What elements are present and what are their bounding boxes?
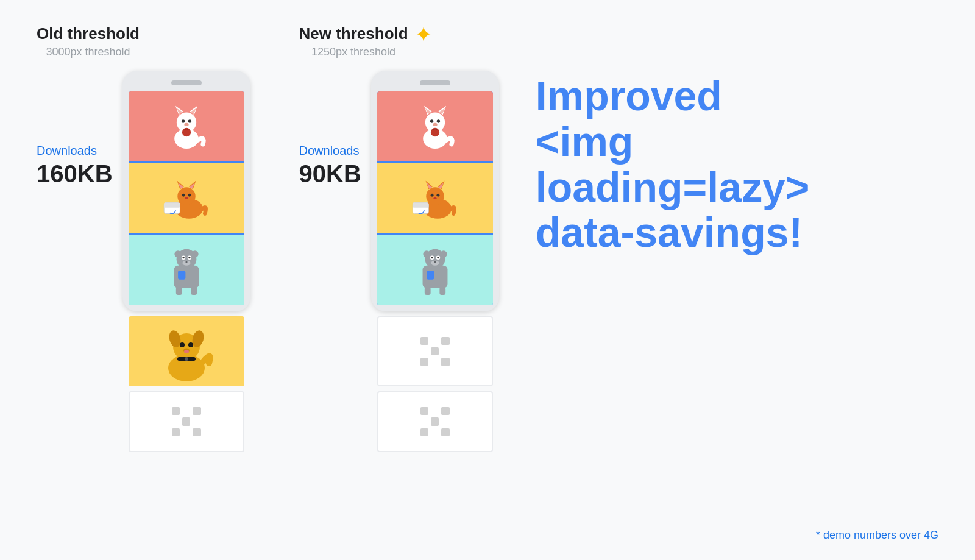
headline-line2: <img loading=lazy>: [536, 118, 810, 210]
old-downloads-size: 160KB: [37, 160, 113, 188]
sparkle-icon: ✦: [414, 22, 433, 48]
svg-point-18: [185, 197, 188, 199]
svg-rect-20: [164, 202, 180, 207]
headline-line3: data-savings!: [536, 209, 803, 255]
svg-rect-79: [439, 287, 445, 295]
new-threshold-title-row: New threshold 1250px threshold ✦: [299, 24, 433, 58]
new-threshold-title: New threshold: [299, 24, 408, 43]
svg-point-56: [426, 187, 444, 205]
old-image-dog-cyan: [129, 235, 244, 305]
new-downloads-size: 90KB: [299, 160, 361, 188]
dog-yellow-icon: [159, 319, 214, 383]
old-image-cat-yellow: [129, 163, 244, 233]
svg-point-52: [436, 119, 439, 122]
old-threshold-title: Old threshold: [37, 24, 140, 43]
svg-point-39: [180, 342, 185, 347]
new-phone-notch: [420, 80, 450, 85]
old-image-cat-red: [129, 91, 244, 161]
new-image-dog-cyan: [377, 235, 493, 305]
new-cat-orange-icon: [408, 171, 463, 226]
svg-point-70: [423, 250, 430, 257]
phone-notch: [171, 80, 202, 85]
svg-rect-33: [176, 287, 182, 295]
svg-point-63: [433, 197, 436, 199]
dog-grey-icon: [162, 243, 211, 298]
new-loading-spinner-1-icon: [420, 337, 450, 366]
new-loading-spinner-2-icon: [420, 407, 450, 436]
old-threshold-subtitle: 3000px threshold: [37, 46, 140, 58]
svg-point-30: [188, 257, 190, 258]
new-image-cat-red: [377, 91, 493, 161]
svg-point-51: [430, 119, 433, 122]
loading-spinner-icon: [172, 407, 201, 436]
svg-point-62: [436, 193, 439, 196]
new-threshold-subtitle: 1250px threshold: [299, 46, 408, 58]
svg-rect-68: [427, 271, 434, 280]
svg-rect-78: [425, 287, 431, 295]
svg-point-77: [434, 261, 436, 263]
svg-point-40: [188, 342, 193, 347]
page-container: Old threshold 3000px threshold Downloads…: [0, 0, 975, 560]
right-panel: Improved <img loading=lazy> data-savings…: [499, 24, 938, 255]
new-cat-white-icon: [408, 99, 463, 154]
svg-rect-65: [413, 202, 428, 207]
demo-note: * demo numbers over 4G: [816, 529, 938, 542]
new-phone-frame: [371, 71, 499, 311]
old-image-loading: [129, 391, 244, 452]
headline: Improved <img loading=lazy> data-savings…: [536, 73, 913, 255]
svg-point-74: [431, 257, 433, 258]
old-image-dog-yellow: [129, 316, 244, 386]
new-image-loading-2: [377, 391, 493, 452]
new-downloads-label: Downloads: [299, 144, 360, 158]
new-image-loading-1: [377, 316, 493, 386]
svg-rect-23: [178, 271, 185, 280]
svg-point-29: [182, 257, 184, 258]
svg-point-26: [191, 250, 198, 257]
old-threshold-header: Old threshold 3000px threshold: [37, 24, 140, 58]
old-downloads-label: Downloads: [37, 144, 97, 158]
svg-point-32: [185, 261, 187, 263]
new-below-phone: [371, 314, 499, 452]
svg-point-7: [188, 119, 191, 122]
cat-orange-icon: [159, 171, 214, 226]
cat-white-icon: [159, 99, 214, 154]
new-dog-grey-icon: [411, 243, 459, 298]
svg-point-71: [440, 250, 447, 257]
svg-point-61: [430, 193, 433, 196]
headline-line1: Improved: [536, 73, 722, 119]
old-phone-screen: [129, 91, 244, 305]
svg-point-44: [185, 357, 188, 361]
old-below-phone: [122, 314, 250, 452]
svg-point-6: [181, 119, 184, 122]
svg-point-75: [437, 257, 439, 258]
svg-point-42: [184, 350, 189, 353]
svg-point-25: [174, 250, 181, 257]
old-phone-frame: [122, 71, 250, 311]
svg-point-8: [184, 122, 188, 126]
svg-point-17: [188, 193, 191, 196]
new-threshold-header: New threshold 1250px threshold ✦: [299, 24, 433, 58]
svg-point-11: [177, 187, 195, 205]
new-phone-screen: [377, 91, 493, 305]
new-image-cat-yellow: [377, 163, 493, 233]
comparison-section: Old threshold 3000px threshold Downloads…: [37, 24, 499, 452]
svg-point-16: [182, 193, 185, 196]
svg-point-53: [433, 122, 437, 126]
svg-rect-34: [191, 287, 197, 295]
new-threshold-column: New threshold 1250px threshold ✦ Downloa…: [299, 24, 499, 452]
old-threshold-column: Old threshold 3000px threshold Downloads…: [37, 24, 250, 452]
